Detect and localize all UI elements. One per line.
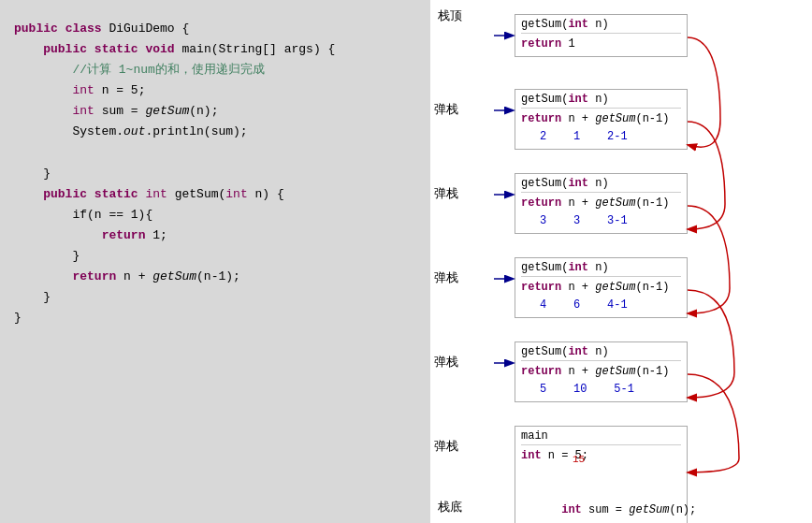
pop-label-2: 弹栈	[434, 185, 458, 202]
frame-5-title: getSum(int n)	[521, 345, 681, 361]
stack-frame-3: getSum(int n) return n + getSum(n-1) 3 3…	[515, 173, 688, 234]
code-line-2: public static void main(String[] args) {	[14, 39, 416, 60]
stack-top-label: 栈顶	[438, 7, 462, 24]
frame-3-title: getSum(int n)	[521, 177, 681, 193]
frame-4-title: getSum(int n)	[521, 261, 681, 277]
code-line-9: public static int getSum(int n) {	[14, 184, 416, 205]
code-line-12: }	[14, 246, 416, 267]
code-panel: public class DiGuiDemo { public static v…	[0, 0, 430, 523]
frame-4-line-1: return n + getSum(n-1)	[521, 279, 681, 297]
stack-frame-1: getSum(int n) return 1	[515, 14, 688, 57]
frame-6-line-2: 15 int sum = getSum(n);	[521, 465, 681, 523]
pop-label-4: 弹栈	[434, 354, 458, 370]
stack-panel: 栈顶 栈底 弹栈 弹栈 弹栈 弹栈 弹栈 getSum(int n) retur…	[430, 0, 812, 523]
stack-bottom-label: 栈底	[438, 499, 462, 516]
pop-label-5: 弹栈	[434, 438, 458, 455]
frame-1-line-1: return 1	[521, 36, 681, 53]
pop-label-3: 弹栈	[434, 269, 458, 286]
code-line-15: }	[14, 308, 416, 328]
code-line-7	[14, 143, 416, 164]
code-line-3: //计算 1~num的和，使用递归完成	[14, 60, 416, 80]
stack-frame-2: getSum(int n) return n + getSum(n-1) 2 1…	[515, 89, 688, 150]
frame-1-title: getSum(int n)	[521, 18, 681, 34]
stack-frame-6: main int n = 5; 15 int sum = getSum(n);	[515, 426, 688, 523]
code-line-13: return n + getSum(n-1);	[14, 267, 416, 287]
code-line-5: int sum = getSum(n);	[14, 101, 416, 122]
stack-frame-4: getSum(int n) return n + getSum(n-1) 4 6…	[515, 257, 688, 318]
frame-6-title: main	[521, 429, 681, 445]
frame-2-nums: 2 1 2-1	[521, 128, 681, 146]
frame-5-nums: 5 10 5-1	[521, 381, 681, 399]
code-line-14: }	[14, 287, 416, 308]
stack-frame-5: getSum(int n) return n + getSum(n-1) 5 1…	[515, 341, 688, 402]
code-line-10: if(n == 1){	[14, 205, 416, 225]
pop-label-1: 弹栈	[434, 101, 458, 118]
frame-5-line-1: return n + getSum(n-1)	[521, 363, 681, 381]
frame-3-line-1: return n + getSum(n-1)	[521, 195, 681, 212]
frame-3-nums: 3 3 3-1	[521, 212, 681, 230]
code-line-6: System.out.println(sum);	[14, 122, 416, 142]
frame-2-title: getSum(int n)	[521, 93, 681, 109]
frame-4-nums: 4 6 4-1	[521, 297, 681, 314]
code-line-4: int n = 5;	[14, 80, 416, 101]
code-line-8: }	[14, 164, 416, 184]
code-line-11: return 1;	[14, 225, 416, 246]
code-line-1: public class DiGuiDemo {	[14, 19, 416, 39]
frame-6-line-1: int n = 5;	[521, 447, 681, 465]
frame-2-line-1: return n + getSum(n-1)	[521, 110, 681, 128]
